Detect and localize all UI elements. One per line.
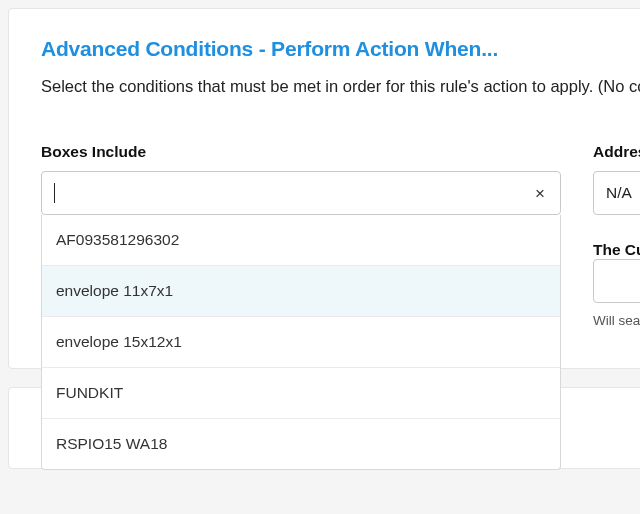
boxes-include-label: Boxes Include — [41, 143, 561, 161]
boxes-include-input[interactable] — [41, 171, 561, 215]
section-description: Select the conditions that must be met i… — [41, 75, 640, 99]
customer-hint: Will search for customer — [593, 313, 640, 328]
boxes-include-field: Boxes Include × AF093581296302 envelope … — [41, 143, 561, 215]
dropdown-item[interactable]: RSPIO15 WA18 — [42, 419, 560, 469]
fields-row: Boxes Include × AF093581296302 envelope … — [41, 143, 640, 328]
dropdown-item[interactable]: AF093581296302 — [42, 215, 560, 266]
address-type-select[interactable]: N/A — [593, 171, 640, 215]
address-type-value: N/A — [606, 184, 632, 202]
customer-field: The Customer Will search for customer — [593, 241, 640, 328]
dropdown-item[interactable]: FUNDKIT — [42, 368, 560, 419]
boxes-include-dropdown: AF093581296302 envelope 11x7x1 envelope … — [41, 215, 561, 470]
section-title: Advanced Conditions - Perform Action Whe… — [41, 37, 640, 61]
dropdown-item[interactable]: envelope 11x7x1 — [42, 266, 560, 317]
right-column: Address Type N/A The Customer Will searc… — [593, 143, 640, 328]
advanced-conditions-card: Advanced Conditions - Perform Action Whe… — [8, 8, 640, 369]
customer-input[interactable] — [593, 259, 640, 303]
dropdown-item[interactable]: envelope 15x12x1 — [42, 317, 560, 368]
clear-icon[interactable]: × — [529, 178, 551, 207]
boxes-include-combo: × AF093581296302 envelope 11x7x1 envelop… — [41, 171, 561, 215]
address-type-label: Address Type — [593, 143, 640, 161]
customer-label: The Customer — [593, 241, 640, 258]
text-cursor — [54, 183, 55, 203]
